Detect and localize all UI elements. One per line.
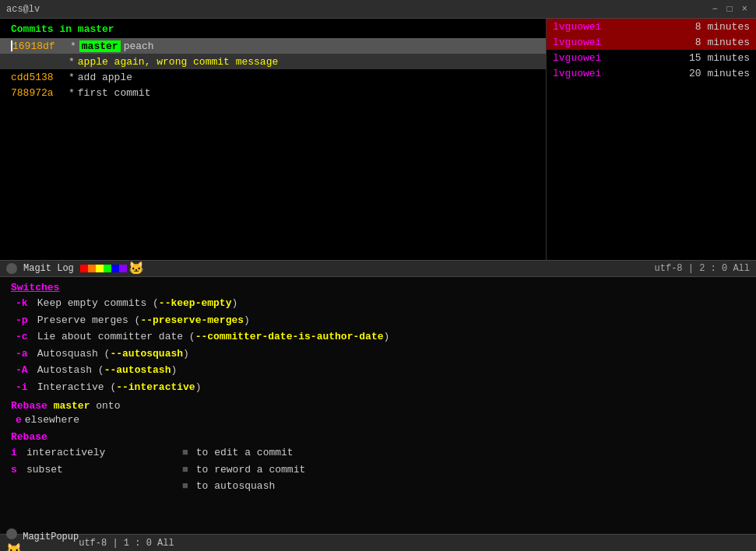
bottom-status-left: MagitPopup 🐱	[6, 528, 79, 552]
switch-flag-c: --committer-date-is-author-date	[195, 331, 384, 342]
rebase-section: Rebase	[0, 426, 756, 444]
status-circle-icon	[6, 263, 17, 274]
separator: |	[688, 263, 699, 274]
bottom-status-right: utf-8 | 1 : 0 All	[79, 538, 174, 549]
switch-key-k[interactable]: -k	[16, 296, 31, 311]
commit-log-pane: Commits in master 16918df * master peach…	[0, 19, 756, 260]
switch-desc-a: Autosquash (--autosquash)	[31, 346, 189, 362]
branch-tag: master	[79, 40, 121, 52]
commit-hash: 16918df	[12, 40, 67, 52]
graph-char: *	[70, 40, 76, 52]
switch-desc-k: Keep empty commits (--keep-empty)	[31, 296, 237, 311]
commit-time: 20 minutes	[631, 68, 750, 79]
table-row[interactable]: * apple again, wrong commit message	[0, 54, 546, 69]
header-prefix: Commits in	[11, 23, 78, 35]
scroll-percent: All	[733, 263, 750, 274]
switch-key-a[interactable]: -a	[16, 346, 31, 362]
branch-name: master	[78, 23, 114, 35]
nyan-cat-area: 🐱	[80, 261, 144, 276]
encoding: utf-8	[655, 263, 683, 274]
switch-line-i: -i Interactive (--interactive)	[0, 379, 756, 396]
commit-hash: cdd5138	[11, 72, 65, 83]
bottom-buffer-name: MagitPopup	[23, 532, 79, 542]
status-bar-bottom: MagitPopup 🐱 utf-8 | 1 : 0 All	[0, 534, 756, 551]
bottom-encoding: utf-8	[79, 538, 107, 549]
popup-pane: Switches -k Keep empty commits (--keep-e…	[0, 277, 756, 551]
minimize-button[interactable]: −	[709, 4, 719, 15]
elsewhere-key[interactable]: e	[16, 414, 22, 426]
action-text-s: subset	[26, 462, 63, 478]
switch-key-i[interactable]: -i	[16, 380, 31, 395]
action-key-s[interactable]: s	[11, 462, 22, 478]
graph-char: *	[69, 72, 75, 83]
switch-desc-i: Interactive (--interactive)	[31, 380, 201, 395]
author-row: lvguowei 15 minutes	[547, 50, 756, 65]
close-button[interactable]: ×	[740, 4, 750, 15]
rebase-keyword: Rebase	[11, 400, 47, 412]
table-row[interactable]: 788972a * first commit	[0, 85, 546, 100]
author-row: lvguowei 8 minutes	[547, 34, 756, 50]
switch-key-A[interactable]: -A	[16, 363, 31, 378]
rebase-label: Rebase	[11, 431, 47, 443]
window-title: acs@lv	[6, 4, 40, 15]
switch-flag-A: --autostash	[104, 364, 171, 376]
rainbow-bar	[80, 265, 127, 272]
status-left: Magit Log 🐱	[6, 261, 655, 276]
buffer-name: Magit Log	[23, 263, 74, 274]
pane-header: Commits in master	[0, 19, 546, 38]
switches-header: Switches	[0, 280, 756, 295]
commit-hash: 788972a	[11, 87, 65, 99]
switch-line-k: -k Keep empty commits (--keep-empty)	[0, 295, 756, 312]
switch-flag-i: --interactive	[116, 381, 195, 393]
elsewhere-line: e elsewhere	[0, 413, 756, 426]
bottom-nyan-icon: 🐱	[6, 542, 22, 552]
action-text-autosquash: to autosquash	[196, 479, 275, 494]
switch-key-p[interactable]: -p	[16, 313, 31, 328]
table-row[interactable]: cdd5138 * add apple	[0, 69, 546, 85]
commit-list: Commits in master 16918df * master peach…	[0, 19, 546, 260]
action-autosquash: ■ to autosquash	[182, 478, 745, 495]
bottom-separator: |	[112, 538, 123, 549]
action-i: i interactively	[11, 444, 182, 462]
window-controls[interactable]: − □ ×	[709, 4, 750, 15]
bottom-scroll-percent: All	[157, 538, 174, 549]
switch-desc-c: Lie about committer date (--committer-da…	[31, 329, 389, 345]
title-bar: acs@lv − □ ×	[0, 0, 756, 19]
commit-message: apple again, wrong commit message	[78, 56, 278, 68]
commit-time: 8 minutes	[631, 37, 750, 48]
switch-line-a: -a Autosquash (--autosquash)	[0, 346, 756, 363]
elsewhere-text: elsewhere	[25, 414, 79, 426]
bottom-status-circle-icon	[6, 528, 17, 539]
action-text-edit: to edit a commit	[196, 445, 294, 461]
rebase-onto-word: onto	[96, 400, 120, 412]
action-key-i[interactable]: i	[11, 445, 22, 461]
author-row: lvguowei 20 minutes	[547, 65, 756, 81]
action-reword: ■ to reword a commit	[182, 462, 745, 479]
commit-message: add apple	[78, 72, 132, 83]
switch-desc-A: Autostash (--autostash)	[31, 363, 177, 378]
graph-char: *	[69, 87, 75, 99]
edit-square-icon: ■	[182, 445, 188, 461]
switch-flag-p: --preserve-merges	[140, 314, 244, 326]
switch-line-p: -p Preserve merges (--preserve-merges)	[0, 312, 756, 329]
autosquash-square-icon: ■	[182, 479, 188, 494]
maximize-button[interactable]: □	[725, 4, 735, 15]
rebase-onto-section: Rebase master onto	[0, 395, 756, 413]
author-name: lvguowei	[553, 52, 631, 64]
commit-time: 15 minutes	[631, 52, 750, 64]
author-name: lvguowei	[553, 37, 631, 48]
author-name: lvguowei	[553, 21, 631, 33]
switches-label: Switches	[11, 282, 59, 293]
left-actions: i interactively s subset	[11, 444, 182, 495]
switch-key-c[interactable]: -c	[16, 329, 31, 345]
commit-message: first commit	[78, 87, 151, 99]
switch-desc-p: Preserve merges (--preserve-merges)	[31, 313, 250, 328]
table-row[interactable]: 16918df * master peach	[0, 38, 546, 54]
author-row: lvguowei 8 minutes	[547, 19, 756, 34]
commit-time: 8 minutes	[631, 21, 750, 33]
actions-grid: i interactively s subset ■ to edit a com…	[0, 444, 756, 495]
nyan-cat-icon: 🐱	[128, 261, 144, 276]
bottom-nyan-area: 🐱	[6, 542, 79, 552]
status-right: utf-8 | 2 : 0 All	[655, 263, 750, 274]
reword-square-icon: ■	[182, 462, 188, 478]
